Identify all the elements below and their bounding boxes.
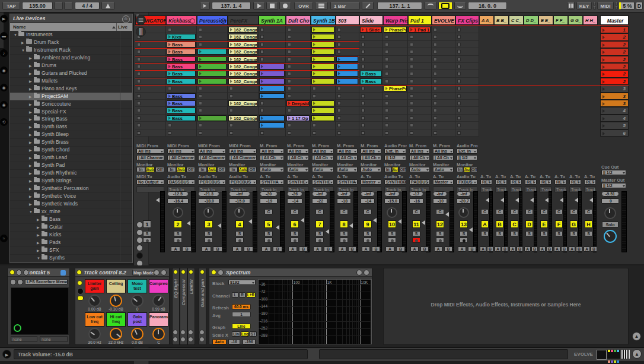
clip-slot[interactable] [432,33,455,40]
crossfade-a-button[interactable]: A [569,246,575,252]
track-header-pad-1[interactable]: Pad 1 [408,15,432,25]
clip-slot[interactable] [286,93,311,100]
clip-play-icon[interactable] [288,102,291,105]
browser-item-guitars-and-plucked[interactable]: ▶Guitars and Plucked [10,69,132,78]
volume-display[interactable]: -19 [260,198,278,204]
clip-162-conga[interactable]: 162_Conga [228,56,257,62]
track-activator[interactable]: G [570,220,578,228]
crossfade-b-button[interactable]: B [444,246,452,252]
return-track-header-c[interactable]: C C_ [509,15,524,25]
clip-stop-button[interactable] [385,58,388,61]
clip-stop-button[interactable] [288,80,291,83]
pan-display[interactable]: C [291,209,299,214]
clip-stop-button[interactable] [457,116,461,120]
save-preset-icon[interactable] [173,337,178,342]
return-track-header-f[interactable]: F F_ [553,15,568,25]
clip-unnamed[interactable] [259,78,285,84]
macro-knob-2[interactable] [110,295,122,307]
crossfade-a-button[interactable]: A [458,246,466,252]
volume-fader[interactable] [545,198,549,202]
scene-play-icon[interactable] [602,65,605,69]
clip-slot[interactable] [432,85,455,92]
clip-stop-button[interactable] [433,72,437,75]
clip-play-icon[interactable] [338,65,340,68]
clip-stop-button[interactable] [457,28,461,31]
clip-slot[interactable] [311,129,336,137]
monitor-chooser[interactable]: Auto [260,167,284,172]
clip-slot[interactable] [135,70,166,77]
clip-play-icon[interactable] [230,35,232,39]
arm-button[interactable] [460,238,468,243]
arm-button[interactable] [205,238,213,243]
solo-button[interactable]: S [315,231,324,236]
crossfade-a-button[interactable]: A [362,246,370,252]
clip-stop-button[interactable] [457,102,461,105]
browser-item-drum-rack[interactable]: ▶Drum Rack [10,39,132,47]
crossfade-b-button[interactable]: B [591,246,597,252]
clip-slot[interactable] [408,129,432,137]
device-fold-icon[interactable] [16,270,22,276]
scale-st-button[interactable]: ST [250,331,257,337]
nudge-up-button[interactable] [64,2,72,10]
monitor-auto-button[interactable]: Auto [208,167,216,172]
scene-play-icon[interactable] [602,95,605,99]
clip-slot[interactable] [455,93,479,100]
clip-stop-button[interactable] [260,50,264,53]
show-io-button[interactable] [136,221,143,228]
clip-stop-button[interactable] [457,35,461,39]
clip-slot[interactable] [135,85,166,92]
clip-play-icon[interactable] [230,116,232,120]
clip-slot[interactable] [286,107,311,114]
scene-4[interactable]: 2 [600,48,629,55]
macro-knob-4[interactable] [152,295,165,307]
clip-162-conga[interactable]: 162_Conga [228,78,257,84]
pan-knob[interactable] [234,207,245,218]
crossfade-a-button[interactable]: A [554,246,560,252]
output-chooser[interactable]: PADBUS [409,179,430,185]
clip-stop-button[interactable] [260,131,264,135]
volume-fader[interactable] [575,198,578,202]
clip-slot[interactable] [336,129,359,137]
clip-stop-button[interactable] [361,50,365,53]
input-channel-chooser[interactable]: || 1/2 [384,155,406,160]
graph-mode-button[interactable]: Line [232,324,251,329]
clip-play-icon[interactable] [230,43,232,46]
clip-stop-button[interactable] [337,124,341,127]
pan-display[interactable]: C [585,209,592,214]
clip-stop-button[interactable] [137,102,141,105]
solo-button[interactable]: S [412,231,420,236]
return-track-header-h[interactable]: H H_ [583,15,598,25]
clip-bass[interactable]: Bass [167,115,196,121]
clip-1-slide[interactable]: 1 Slide [360,27,382,33]
output-chooser[interactable]: No Output [136,179,164,185]
scene-9[interactable]: 3 [600,85,629,92]
clip-stop-button[interactable] [288,131,291,135]
clip-slot[interactable] [311,93,336,100]
clip-slot[interactable] [455,107,479,114]
clip-stop-button[interactable] [288,65,291,68]
clip-stop-button[interactable] [168,87,171,90]
input-channel-chooser[interactable]: | All Channe [229,155,257,160]
clip-stop-button[interactable] [361,35,365,39]
clip-stop-button[interactable] [288,124,291,127]
monitor-chooser[interactable]: Auto [287,167,309,172]
loop-button[interactable] [438,2,452,10]
crossfade-a-button[interactable]: A [288,246,297,252]
peak-level-display[interactable]: -17 [409,191,423,197]
monitor-in-button[interactable]: In [136,167,145,172]
browser-item-synth-strings[interactable]: ▶Synth Strings [10,177,132,185]
column-live[interactable]: Live [116,23,132,31]
clip-slot[interactable] [259,129,286,137]
clip-stop-button[interactable] [410,80,413,83]
clip-play-icon[interactable] [199,50,202,53]
clip-play-icon[interactable] [385,28,388,31]
crossfade-b-button[interactable]: B [372,246,380,252]
clip-slot[interactable] [408,100,432,107]
crossfade-b-button[interactable]: B [273,246,282,252]
clip-slot[interactable] [286,56,311,63]
track-activator[interactable]: F [555,220,563,228]
scene-play-icon[interactable] [602,80,605,84]
clip-bass[interactable]: Bass [167,49,196,55]
clip-stop-button[interactable] [410,109,413,112]
clip-unnamed[interactable] [311,64,334,69]
